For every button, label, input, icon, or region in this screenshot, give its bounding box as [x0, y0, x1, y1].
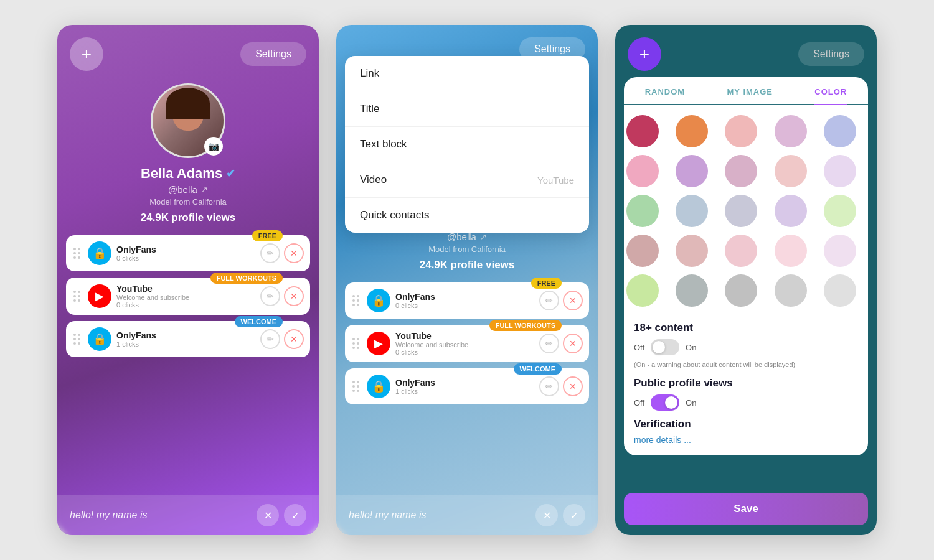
color-swatch-23[interactable] [775, 274, 807, 307]
add-button-1[interactable]: + [70, 37, 103, 71]
link-actions-4: ✏ ✕ [539, 291, 583, 310]
add-button-3[interactable]: + [628, 37, 661, 71]
color-swatch-11[interactable] [676, 195, 708, 227]
remove-button-2[interactable]: ✕ [284, 286, 304, 306]
drag-handle-6[interactable] [350, 378, 362, 394]
color-swatch-12[interactable] [725, 195, 757, 227]
tab-color[interactable]: COLOR [814, 87, 847, 105]
link-item-youtube-1: FULL WORKOUTS ▶ YouTube Welcome and subs… [66, 278, 310, 315]
panel-1-header: + Settings [57, 25, 319, 77]
badge-workouts-2: FULL WORKOUTS [489, 320, 562, 331]
dropdown-label-textblock: Text block [360, 138, 407, 151]
color-swatch-14[interactable] [824, 195, 856, 227]
bottom-action-1[interactable]: ✕ [257, 504, 279, 526]
user-handle-1: @bella ↗ [168, 184, 208, 195]
drag-handle-4[interactable] [350, 292, 362, 309]
verified-badge-1: ✔ [226, 167, 235, 180]
color-swatch-2[interactable] [725, 115, 757, 147]
color-swatch-17[interactable] [725, 235, 757, 267]
share-icon-2[interactable]: ↗ [480, 232, 487, 241]
dropdown-item-textblock[interactable]: Text block [345, 127, 589, 162]
links-section-1: FREE 🔒 OnlyFans 0 clicks ✏ ✕ FULL [57, 233, 319, 360]
link-title-2: YouTube [116, 284, 255, 294]
public-views-off-label: Off [634, 398, 644, 408]
link-clicks-2: 0 clicks [116, 301, 255, 309]
link-title-1: OnlyFans [116, 245, 255, 254]
color-swatch-9[interactable] [824, 155, 856, 187]
tab-random[interactable]: RANDOM [645, 87, 686, 104]
profile-views-1: 24.9K profile views [141, 212, 236, 224]
adult-content-toggle-row: Off On [634, 339, 858, 355]
edit-button-2[interactable]: ✏ [260, 286, 280, 306]
link-title-5: YouTube [395, 331, 534, 341]
color-swatch-16[interactable] [676, 235, 708, 267]
drag-handle-5[interactable] [350, 335, 362, 352]
save-button-3[interactable]: Save [624, 493, 868, 525]
drag-handle-2[interactable] [71, 288, 83, 304]
remove-button-5[interactable]: ✕ [563, 334, 583, 353]
settings-content: 18+ content Off On (On - a warning about… [624, 317, 868, 455]
color-swatch-5[interactable] [626, 155, 659, 187]
color-swatch-3[interactable] [775, 115, 807, 147]
color-swatch-8[interactable] [775, 155, 807, 187]
color-swatch-21[interactable] [676, 274, 708, 307]
edit-button-1[interactable]: ✏ [260, 243, 280, 263]
color-swatch-1[interactable] [676, 115, 708, 147]
bottom-section-1: hello! my name is ✕ ✓ [57, 495, 319, 535]
color-swatch-6[interactable] [676, 155, 708, 187]
link-info-1: OnlyFans 0 clicks [116, 245, 255, 262]
link-title-6: OnlyFans [395, 378, 534, 388]
remove-button-6[interactable]: ✕ [563, 376, 583, 396]
color-swatch-20[interactable] [626, 274, 659, 307]
avatar-wrapper-1: 📷 [151, 83, 225, 158]
color-swatch-19[interactable] [824, 235, 856, 267]
onlyfans-icon-2: 🔒 [88, 327, 111, 351]
camera-button[interactable]: 📷 [204, 137, 223, 156]
color-swatch-18[interactable] [775, 235, 807, 267]
color-grid [624, 105, 868, 317]
dropdown-item-quickcontacts[interactable]: Quick contacts [345, 198, 589, 233]
link-item-onlyfans-2: WELCOME 🔒 OnlyFans 1 clicks ✏ ✕ [66, 321, 310, 357]
color-swatch-15[interactable] [626, 235, 659, 267]
settings-button-3[interactable]: Settings [798, 42, 864, 66]
color-swatch-10[interactable] [626, 195, 659, 227]
color-swatch-0[interactable] [626, 115, 659, 147]
link-actions-1: ✏ ✕ [260, 243, 304, 263]
bottom-action-3[interactable]: ✕ [535, 504, 558, 526]
color-swatch-22[interactable] [725, 274, 757, 307]
drag-handle-3[interactable] [71, 331, 83, 347]
settings-button-1[interactable]: Settings [240, 42, 306, 66]
edit-button-6[interactable]: ✏ [539, 376, 559, 396]
dropdown-item-video[interactable]: Video YouTube [345, 162, 589, 198]
verification-link[interactable]: more details ... [634, 435, 691, 445]
dropdown-item-link[interactable]: Link [345, 56, 589, 91]
link-item-onlyfans-1: FREE 🔒 OnlyFans 0 clicks ✏ ✕ [66, 235, 310, 271]
bottom-action-4[interactable]: ✓ [563, 504, 585, 526]
user-handle-2: @bella ↗ [447, 231, 487, 242]
remove-button-1[interactable]: ✕ [284, 243, 304, 263]
color-swatch-4[interactable] [824, 115, 856, 147]
tab-myimage[interactable]: MY IMAGE [727, 87, 773, 104]
panel-3-bottom: Save [624, 493, 868, 525]
color-swatch-7[interactable] [725, 155, 757, 187]
color-swatch-24[interactable] [824, 274, 856, 307]
adult-content-toggle[interactable] [651, 339, 679, 355]
edit-button-5[interactable]: ✏ [539, 334, 559, 353]
remove-button-3[interactable]: ✕ [284, 329, 304, 349]
link-clicks-6: 1 clicks [395, 388, 534, 395]
adult-on-label: On [686, 343, 696, 352]
share-icon-1[interactable]: ↗ [201, 185, 208, 194]
bottom-action-2[interactable]: ✓ [284, 504, 306, 526]
youtube-icon-2: ▶ [367, 332, 390, 355]
link-actions-2: ✏ ✕ [260, 286, 304, 306]
dropdown-item-title[interactable]: Title [345, 91, 589, 127]
verification-section: Verification more details ... [634, 418, 858, 446]
public-views-toggle[interactable] [651, 394, 679, 411]
remove-button-4[interactable]: ✕ [563, 291, 583, 310]
color-swatch-13[interactable] [775, 195, 807, 227]
link-info-4: OnlyFans 0 clicks [395, 292, 534, 309]
adult-content-hint: (On - a warning about adult content will… [634, 360, 858, 370]
drag-handle-1[interactable] [71, 245, 83, 261]
edit-button-4[interactable]: ✏ [539, 291, 559, 310]
edit-button-3[interactable]: ✏ [260, 329, 280, 349]
